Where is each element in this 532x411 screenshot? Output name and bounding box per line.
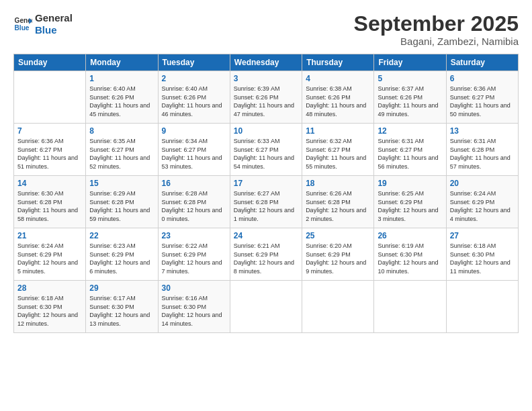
day-number: 18 [306, 179, 370, 188]
day-info: Sunrise: 6:33 AMSunset: 6:27 PMDaylight:… [234, 137, 298, 171]
day-info: Sunrise: 6:28 AMSunset: 6:28 PMDaylight:… [162, 189, 226, 223]
calendar-cell: 13Sunrise: 6:31 AMSunset: 6:28 PMDayligh… [446, 124, 518, 176]
calendar-cell: 19Sunrise: 6:25 AMSunset: 6:29 PMDayligh… [374, 176, 446, 228]
calendar-cell: 10Sunrise: 6:33 AMSunset: 6:27 PMDayligh… [230, 124, 302, 176]
calendar-week-row: 7Sunrise: 6:36 AMSunset: 6:27 PMDaylight… [14, 124, 519, 176]
day-number: 27 [450, 231, 515, 240]
day-number: 26 [378, 231, 442, 240]
day-info: Sunrise: 6:27 AMSunset: 6:28 PMDaylight:… [234, 189, 298, 223]
calendar-week-row: 14Sunrise: 6:30 AMSunset: 6:28 PMDayligh… [14, 176, 519, 228]
day-number: 17 [234, 179, 298, 188]
calendar-cell: 23Sunrise: 6:22 AMSunset: 6:29 PMDayligh… [158, 228, 230, 281]
calendar-cell: 5Sunrise: 6:37 AMSunset: 6:26 PMDaylight… [374, 71, 446, 124]
calendar-cell: 16Sunrise: 6:28 AMSunset: 6:28 PMDayligh… [158, 176, 230, 228]
calendar-week-row: 28Sunrise: 6:18 AMSunset: 6:30 PMDayligh… [14, 281, 519, 333]
day-info: Sunrise: 6:30 AMSunset: 6:28 PMDaylight:… [17, 189, 82, 223]
day-number: 22 [89, 231, 154, 240]
calendar-cell: 14Sunrise: 6:30 AMSunset: 6:28 PMDayligh… [14, 176, 86, 228]
calendar-week-row: 21Sunrise: 6:24 AMSunset: 6:29 PMDayligh… [14, 228, 519, 281]
day-info: Sunrise: 6:35 AMSunset: 6:27 PMDaylight:… [89, 137, 154, 171]
calendar-cell: 8Sunrise: 6:35 AMSunset: 6:27 PMDaylight… [86, 124, 158, 176]
weekday-header: Saturday [446, 54, 518, 71]
day-number: 12 [378, 126, 442, 136]
calendar-cell: 15Sunrise: 6:29 AMSunset: 6:28 PMDayligh… [86, 176, 158, 228]
day-number: 15 [89, 179, 154, 188]
calendar-cell: 1Sunrise: 6:40 AMSunset: 6:26 PMDaylight… [86, 71, 158, 124]
calendar-cell: 3Sunrise: 6:39 AMSunset: 6:26 PMDaylight… [230, 71, 302, 124]
day-number: 16 [162, 179, 226, 188]
day-info: Sunrise: 6:29 AMSunset: 6:28 PMDaylight:… [89, 189, 154, 223]
calendar-cell: 30Sunrise: 6:16 AMSunset: 6:30 PMDayligh… [158, 281, 230, 333]
day-number: 1 [89, 74, 154, 83]
day-info: Sunrise: 6:26 AMSunset: 6:28 PMDaylight:… [306, 189, 370, 223]
logo-icon: General Blue [13, 15, 32, 34]
day-info: Sunrise: 6:22 AMSunset: 6:29 PMDaylight:… [162, 242, 226, 275]
day-number: 20 [450, 179, 515, 188]
day-number: 21 [17, 231, 82, 240]
calendar-header-row: SundayMondayTuesdayWednesdayThursdayFrid… [14, 54, 519, 71]
day-number: 5 [378, 74, 442, 83]
day-number: 10 [234, 126, 298, 136]
weekday-header: Sunday [14, 54, 86, 71]
day-number: 23 [162, 231, 226, 240]
day-info: Sunrise: 6:40 AMSunset: 6:26 PMDaylight:… [162, 85, 226, 118]
day-info: Sunrise: 6:39 AMSunset: 6:26 PMDaylight:… [234, 85, 298, 118]
day-number: 3 [234, 74, 298, 83]
day-info: Sunrise: 6:21 AMSunset: 6:29 PMDaylight:… [234, 242, 298, 275]
calendar-cell: 27Sunrise: 6:18 AMSunset: 6:30 PMDayligh… [446, 228, 518, 281]
calendar-cell: 6Sunrise: 6:36 AMSunset: 6:27 PMDaylight… [446, 71, 518, 124]
calendar-cell [446, 281, 518, 333]
day-info: Sunrise: 6:20 AMSunset: 6:29 PMDaylight:… [306, 242, 370, 275]
day-number: 9 [162, 126, 226, 136]
day-number: 19 [378, 179, 442, 188]
calendar-cell: 9Sunrise: 6:34 AMSunset: 6:27 PMDaylight… [158, 124, 230, 176]
day-info: Sunrise: 6:40 AMSunset: 6:26 PMDaylight:… [89, 85, 154, 118]
day-info: Sunrise: 6:32 AMSunset: 6:27 PMDaylight:… [306, 137, 370, 171]
day-info: Sunrise: 6:24 AMSunset: 6:29 PMDaylight:… [450, 189, 515, 223]
day-info: Sunrise: 6:36 AMSunset: 6:27 PMDaylight:… [17, 137, 82, 171]
calendar-cell: 4Sunrise: 6:38 AMSunset: 6:26 PMDaylight… [302, 71, 374, 124]
day-number: 4 [306, 74, 370, 83]
calendar-cell: 29Sunrise: 6:17 AMSunset: 6:30 PMDayligh… [86, 281, 158, 333]
day-number: 24 [234, 231, 298, 240]
calendar-cell: 25Sunrise: 6:20 AMSunset: 6:29 PMDayligh… [302, 228, 374, 281]
weekday-header: Friday [374, 54, 446, 71]
calendar-cell: 7Sunrise: 6:36 AMSunset: 6:27 PMDaylight… [14, 124, 86, 176]
day-info: Sunrise: 6:18 AMSunset: 6:30 PMDaylight:… [17, 294, 82, 328]
day-info: Sunrise: 6:31 AMSunset: 6:28 PMDaylight:… [450, 137, 515, 171]
calendar-cell: 22Sunrise: 6:23 AMSunset: 6:29 PMDayligh… [86, 228, 158, 281]
day-number: 28 [17, 283, 82, 293]
day-info: Sunrise: 6:36 AMSunset: 6:27 PMDaylight:… [450, 85, 515, 118]
calendar-cell: 24Sunrise: 6:21 AMSunset: 6:29 PMDayligh… [230, 228, 302, 281]
day-info: Sunrise: 6:25 AMSunset: 6:29 PMDaylight:… [378, 189, 442, 223]
day-info: Sunrise: 6:38 AMSunset: 6:26 PMDaylight:… [306, 85, 370, 118]
page: General Blue General Blue September 2025… [0, 0, 532, 411]
calendar-cell: 18Sunrise: 6:26 AMSunset: 6:28 PMDayligh… [302, 176, 374, 228]
day-number: 25 [306, 231, 370, 240]
title-block: September 2025 Bagani, Zambezi, Namibia [354, 12, 519, 47]
calendar-cell: 11Sunrise: 6:32 AMSunset: 6:27 PMDayligh… [302, 124, 374, 176]
day-info: Sunrise: 6:19 AMSunset: 6:30 PMDaylight:… [378, 242, 442, 275]
logo-line2: Blue [35, 24, 73, 36]
weekday-header: Tuesday [158, 54, 230, 71]
day-info: Sunrise: 6:17 AMSunset: 6:30 PMDaylight:… [89, 294, 154, 328]
day-info: Sunrise: 6:31 AMSunset: 6:27 PMDaylight:… [378, 137, 442, 171]
month-title: September 2025 [354, 12, 519, 36]
calendar-cell: 28Sunrise: 6:18 AMSunset: 6:30 PMDayligh… [14, 281, 86, 333]
svg-text:Blue: Blue [15, 24, 30, 32]
logo-line1: General [35, 12, 73, 24]
calendar-cell [374, 281, 446, 333]
day-info: Sunrise: 6:24 AMSunset: 6:29 PMDaylight:… [17, 242, 82, 275]
calendar-cell: 21Sunrise: 6:24 AMSunset: 6:29 PMDayligh… [14, 228, 86, 281]
calendar-table: SundayMondayTuesdayWednesdayThursdayFrid… [13, 54, 519, 333]
day-number: 8 [89, 126, 154, 136]
calendar-week-row: 1Sunrise: 6:40 AMSunset: 6:26 PMDaylight… [14, 71, 519, 124]
calendar-cell: 2Sunrise: 6:40 AMSunset: 6:26 PMDaylight… [158, 71, 230, 124]
day-number: 30 [162, 283, 226, 293]
day-number: 29 [89, 283, 154, 293]
day-info: Sunrise: 6:23 AMSunset: 6:29 PMDaylight:… [89, 242, 154, 275]
day-info: Sunrise: 6:18 AMSunset: 6:30 PMDaylight:… [450, 242, 515, 275]
day-number: 13 [450, 126, 515, 136]
calendar-cell [230, 281, 302, 333]
day-number: 11 [306, 126, 370, 136]
